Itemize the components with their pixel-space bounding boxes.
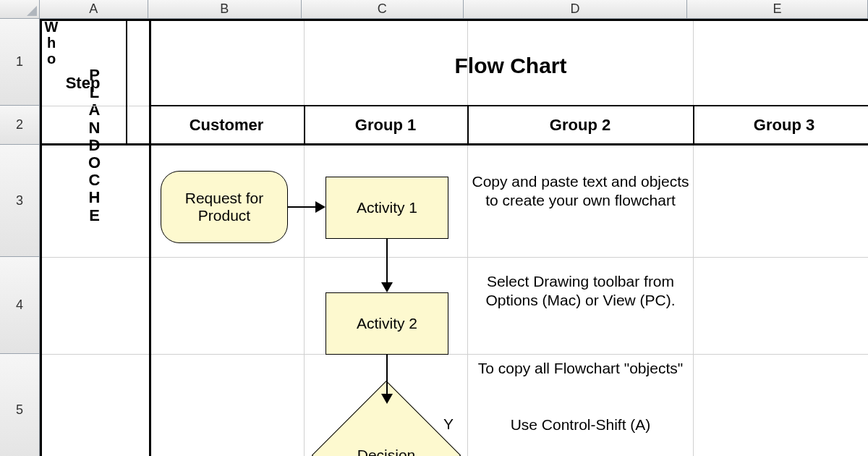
lane-customer: Customer xyxy=(149,116,304,135)
border xyxy=(40,19,868,21)
col-head-c[interactable]: C xyxy=(302,0,464,19)
row-head-2[interactable]: 2 xyxy=(0,106,40,145)
col-head-a[interactable]: A xyxy=(40,0,148,19)
shape-activity-1[interactable]: Activity 1 xyxy=(326,177,448,239)
border xyxy=(40,143,868,145)
worksheet-area[interactable]: Step Who Flow Chart Customer Group 1 Gro… xyxy=(40,19,868,456)
row-headers: 1 2 3 4 5 xyxy=(0,19,40,456)
gridline xyxy=(693,19,694,456)
row-head-3[interactable]: 3 xyxy=(0,145,40,257)
instruction-3b: Use Control-Shift (A) xyxy=(470,415,691,434)
instruction-3a: To copy all Flowchart "objects" xyxy=(470,359,691,378)
shape-label: Activity 2 xyxy=(357,315,417,332)
col-head-b[interactable]: B xyxy=(148,0,302,19)
arrow-head-icon xyxy=(381,282,393,292)
header-who: Who xyxy=(40,19,63,67)
shape-decision-diamond[interactable]: Decision xyxy=(333,402,439,456)
phase-check: C H E xyxy=(40,172,149,224)
shape-label: Activity 1 xyxy=(357,199,417,216)
lane-group1: Group 1 xyxy=(304,116,467,135)
arrow-head-icon xyxy=(315,201,326,213)
shape-label: Decision xyxy=(333,402,439,456)
instruction-2: Select Drawing toolbar from Options (Mac… xyxy=(470,272,691,311)
arrow-line xyxy=(386,355,388,395)
column-headers: A B C D E xyxy=(40,0,868,19)
col-head-e[interactable]: E xyxy=(687,0,868,19)
decision-yes-label: Y xyxy=(443,415,465,433)
gridline xyxy=(467,19,468,456)
shape-request-terminator[interactable]: Request for Product xyxy=(161,171,288,243)
gridline xyxy=(40,257,868,258)
gridline xyxy=(40,354,868,355)
phase-letter: N xyxy=(89,119,101,137)
select-all-corner[interactable] xyxy=(0,0,40,19)
phase-letter: H xyxy=(89,189,101,206)
lane-group2: Group 2 xyxy=(467,116,693,135)
row-head-5[interactable]: 5 xyxy=(0,354,40,456)
phase-letter: O xyxy=(88,154,101,172)
row-head-1[interactable]: 1 xyxy=(0,19,40,106)
phase-letter: C xyxy=(89,172,101,189)
arrow-line xyxy=(386,239,388,284)
shape-activity-2[interactable]: Activity 2 xyxy=(326,292,448,355)
lane-group3: Group 3 xyxy=(693,116,868,135)
arrow-head-icon xyxy=(381,394,393,404)
phase-letter: A xyxy=(89,101,101,119)
border xyxy=(149,19,151,456)
gridline xyxy=(304,19,305,456)
border xyxy=(126,19,127,145)
header-step: Step xyxy=(40,74,126,93)
phase-letter: E xyxy=(89,207,100,224)
instruction-1: Copy and paste text and objects to creat… xyxy=(470,172,691,211)
col-head-d[interactable]: D xyxy=(464,0,687,19)
border xyxy=(149,105,868,106)
row-head-4[interactable]: 4 xyxy=(0,257,40,354)
flow-chart-title: Flow Chart xyxy=(149,54,868,78)
arrow-line xyxy=(288,206,317,208)
phase-do: D O xyxy=(40,137,149,172)
shape-label: Request for Product xyxy=(166,190,283,224)
